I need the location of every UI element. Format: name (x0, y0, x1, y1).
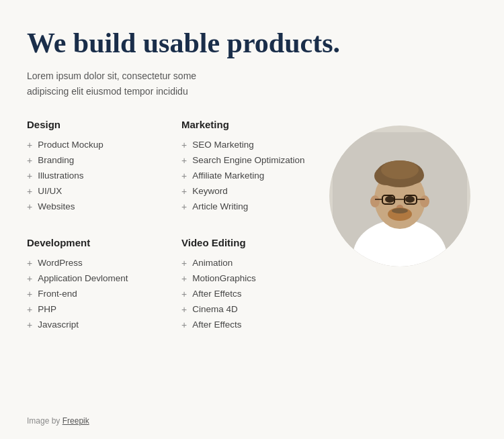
plus-icon: + (27, 320, 32, 330)
list-item: +Application Devloment (27, 273, 168, 283)
plus-icon: + (27, 156, 32, 165)
plus-icon: + (181, 320, 187, 330)
list-item-label: Animation (192, 258, 233, 268)
list-item: +UI/UX (27, 186, 168, 196)
image-section (323, 119, 477, 335)
list-item-label: Search Engine Optimization (192, 155, 304, 165)
plus-icon: + (27, 258, 32, 268)
list-item: +After Effects (181, 320, 323, 330)
plus-icon: + (27, 187, 32, 196)
list-item-label: After Effetcs (192, 289, 241, 299)
list-item-label: PHP (38, 304, 56, 314)
category-block-development: Development+WordPress+Application Devlom… (27, 237, 168, 335)
list-item-label: Branding (38, 155, 74, 165)
list-item: +Animation (181, 258, 323, 268)
list-item: +Product Mockup (27, 140, 168, 150)
list-item-label: Javascript (38, 320, 79, 330)
svg-point-9 (420, 195, 429, 207)
plus-icon: + (181, 274, 187, 283)
subtitle: Lorem ipsum dolor sit, consectetur some … (27, 68, 477, 99)
person-image (329, 126, 470, 266)
image-caption: Image by Freepik (27, 416, 89, 426)
list-item: +Article Writing (181, 201, 323, 211)
plus-icon: + (181, 140, 187, 150)
content-area: Design+Product Mockup+Branding+Illustrat… (27, 119, 477, 335)
list-item: +Illustrations (27, 170, 168, 181)
category-title-marketing: Marketing (181, 119, 323, 130)
freepik-link[interactable]: Freepik (62, 416, 89, 426)
list-item: +MotionGraphics (181, 273, 323, 283)
list-item: +After Effetcs (181, 289, 323, 299)
list-item: +Front-end (27, 289, 168, 299)
list-item: +SEO Marketing (181, 140, 323, 150)
plus-icon: + (27, 202, 32, 211)
list-item: +Affiliate Marketing (181, 170, 323, 181)
plus-icon: + (181, 156, 187, 165)
category-title-video-editing: Video Editing (181, 237, 323, 248)
categories-grid: Design+Product Mockup+Branding+Illustrat… (27, 119, 323, 335)
svg-point-10 (385, 196, 394, 203)
list-item-label: Websites (38, 201, 75, 211)
category-title-design: Design (27, 119, 168, 130)
plus-icon: + (27, 289, 32, 299)
svg-point-7 (381, 160, 419, 179)
list-item-label: Illustrations (38, 170, 83, 181)
plus-icon: + (27, 274, 32, 283)
list-item-label: Product Mockup (38, 140, 103, 150)
list-item-label: Cinema 4D (192, 304, 238, 314)
list-item-label: WordPress (38, 258, 83, 268)
list-item-label: Front-end (38, 289, 77, 299)
list-item-label: Article Writing (192, 201, 248, 211)
svg-point-11 (405, 196, 415, 203)
list-item: +Websites (27, 201, 168, 211)
list-item: +WordPress (27, 258, 168, 268)
list-item-label: UI/UX (38, 186, 62, 196)
category-block-design: Design+Product Mockup+Branding+Illustrat… (27, 119, 168, 217)
page-title: We build usable products. (27, 27, 477, 59)
svg-point-8 (370, 195, 380, 207)
list-item-label: SEO Marketing (192, 140, 254, 150)
list-item: +Javascript (27, 320, 168, 330)
list-item-label: Affiliate Marketing (192, 170, 264, 181)
plus-icon: + (27, 140, 32, 150)
plus-icon: + (27, 305, 32, 314)
header-section: We build usable products. Lorem ipsum do… (27, 27, 477, 99)
list-item-label: Keyword (192, 186, 228, 196)
plus-icon: + (181, 258, 187, 268)
category-list-video-editing: +Animation+MotionGraphics+After Effetcs+… (181, 258, 323, 330)
list-item-label: Application Devloment (38, 273, 128, 283)
list-item-label: MotionGraphics (192, 273, 256, 283)
list-item-label: After Effects (192, 320, 241, 330)
category-list-design: +Product Mockup+Branding+Illustrations+U… (27, 140, 168, 211)
lists-area: Design+Product Mockup+Branding+Illustrat… (27, 119, 323, 335)
list-item: +Cinema 4D (181, 304, 323, 314)
category-block-video-editing: Video Editing+Animation+MotionGraphics+A… (181, 237, 323, 335)
svg-point-19 (392, 208, 408, 213)
category-title-development: Development (27, 237, 168, 248)
plus-icon: + (27, 171, 32, 181)
plus-icon: + (181, 171, 187, 181)
plus-icon: + (181, 202, 187, 211)
list-item: +Search Engine Optimization (181, 155, 323, 165)
category-list-marketing: +SEO Marketing+Search Engine Optimizatio… (181, 140, 323, 211)
plus-icon: + (181, 305, 187, 314)
page-wrapper: We build usable products. Lorem ipsum do… (0, 0, 504, 439)
category-block-marketing: Marketing+SEO Marketing+Search Engine Op… (181, 119, 323, 217)
person-svg (333, 132, 467, 266)
category-list-development: +WordPress+Application Devloment+Front-e… (27, 258, 168, 330)
plus-icon: + (181, 289, 187, 299)
list-item: +Branding (27, 155, 168, 165)
list-item: +PHP (27, 304, 168, 314)
plus-icon: + (181, 187, 187, 196)
list-item: +Keyword (181, 186, 323, 196)
